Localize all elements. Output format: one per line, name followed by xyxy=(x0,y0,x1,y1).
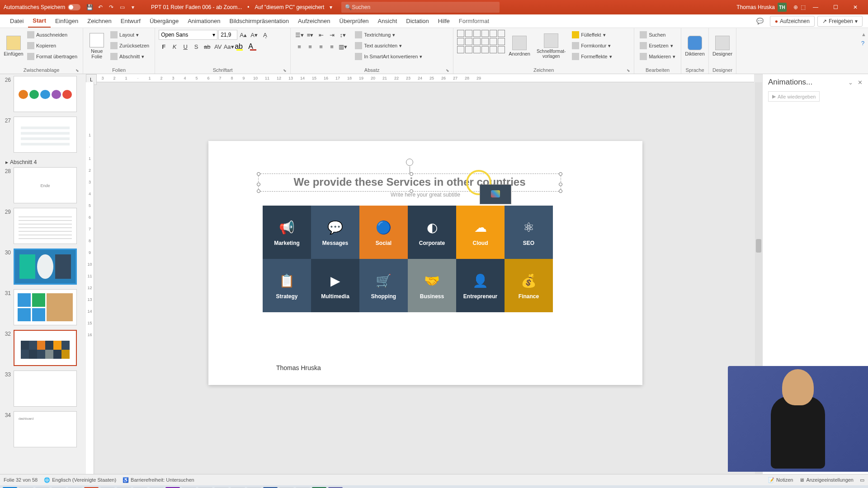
align-center-button[interactable]: ≡ xyxy=(305,42,315,52)
notes-button[interactable]: 📝 Notizen xyxy=(768,477,793,483)
font-launcher[interactable]: ⬊ xyxy=(283,68,287,73)
thumb-33[interactable] xyxy=(14,371,77,407)
text-align-button[interactable]: Text ausrichten▾ xyxy=(353,41,424,51)
cut-button[interactable]: Ausschneiden xyxy=(25,30,79,40)
save-icon[interactable]: 💾 xyxy=(86,4,93,11)
shrink-font-button[interactable]: A▾ xyxy=(249,30,259,40)
strike-button[interactable]: ab xyxy=(202,42,212,52)
replay-all-button[interactable]: ▶ Alle wiedergeben xyxy=(768,91,820,102)
quick-styles-button[interactable]: Schnellformat- vorlagen xyxy=(534,30,568,62)
save-location[interactable]: Auf "diesem PC" gespeichert xyxy=(255,4,325,10)
slide-canvas[interactable]: We provide these Services in other count… xyxy=(208,141,642,385)
clipboard-launcher[interactable]: ⬊ xyxy=(75,68,79,73)
close-button[interactable]: ✕ xyxy=(846,2,864,13)
tab-formformat[interactable]: Formformat xyxy=(454,14,494,28)
tab-uebergaenge[interactable]: Übergänge xyxy=(145,14,183,28)
mini-toolbar[interactable] xyxy=(480,184,511,204)
tab-aufzeichnen[interactable]: Aufzeichnen xyxy=(293,14,335,28)
new-slide-button[interactable]: Neue Folie xyxy=(87,30,107,62)
smartart-button[interactable]: In SmartArt konvertieren▾ xyxy=(353,52,424,61)
tab-animationen[interactable]: Animationen xyxy=(183,14,225,28)
accessibility-status[interactable]: ♿ Barrierefreiheit: Untersuchen xyxy=(123,477,194,483)
thumb-26[interactable] xyxy=(14,76,77,112)
thumb-27[interactable] xyxy=(14,117,77,153)
tab-ansicht[interactable]: Ansicht xyxy=(373,14,402,28)
tab-start[interactable]: Start xyxy=(28,14,51,28)
comments-icon[interactable]: 💬 xyxy=(753,18,767,24)
text-direction-button[interactable]: Textrichtung▾ xyxy=(353,30,424,40)
dictate-button[interactable]: Diktieren xyxy=(685,30,705,62)
tab-hilfe[interactable]: Hilfe xyxy=(434,14,454,28)
shape-fill-button[interactable]: Fülleffekt▾ xyxy=(570,30,614,40)
align-left-button[interactable]: ≡ xyxy=(294,42,304,52)
panel-chevron-icon[interactable]: ⌄ xyxy=(848,79,853,86)
search-input[interactable] xyxy=(352,4,496,10)
thumb-28[interactable]: Ende xyxy=(14,167,77,203)
justify-button[interactable]: ≡ xyxy=(327,42,337,52)
vertical-ruler[interactable]: 1·12345678910111213141516 xyxy=(86,82,94,474)
arrange-button[interactable]: Anordnen xyxy=(507,30,532,62)
dropdown-icon[interactable]: ▾ xyxy=(330,4,332,10)
title-textbox[interactable]: We provide these Services in other count… xyxy=(258,174,561,192)
line-spacing-button[interactable]: ↕▾ xyxy=(338,30,348,40)
underline-button[interactable]: U xyxy=(180,42,190,52)
language-status[interactable]: 🌐 Englisch (Vereinigte Staaten) xyxy=(44,477,116,483)
shadow-button[interactable]: S xyxy=(191,42,201,52)
ribbon-mode-icon[interactable]: ⬚ xyxy=(799,4,807,11)
slide-counter[interactable]: Folie 32 von 58 xyxy=(4,477,38,483)
tab-datei[interactable]: Datei xyxy=(5,14,28,28)
horizontal-ruler[interactable]: 321·123456789101112131415161718192021222… xyxy=(97,74,754,82)
panel-close-icon[interactable]: ✕ xyxy=(858,79,863,86)
tab-einfuegen[interactable]: Einfügen xyxy=(51,14,83,28)
panel-up-icon[interactable]: ▲ xyxy=(861,32,866,37)
section-header[interactable]: ▸ Abschnitt 4 xyxy=(2,157,84,167)
shape-outline-button[interactable]: Formkontur▾ xyxy=(570,41,614,51)
find-button[interactable]: Suchen xyxy=(638,30,677,40)
tab-bildschirm[interactable]: Bildschirmpräsentation xyxy=(225,14,293,28)
tab-zeichnen[interactable]: Zeichnen xyxy=(83,14,116,28)
bullets-button[interactable]: ☰▾ xyxy=(294,30,304,40)
undo-icon[interactable]: ↶ xyxy=(97,4,104,11)
font-color-button[interactable]: A xyxy=(248,42,261,52)
thumb-30[interactable] xyxy=(14,249,77,285)
indent-dec-button[interactable]: ⇤ xyxy=(316,30,326,40)
copy-button[interactable]: Kopieren xyxy=(25,41,79,51)
tab-ueberpruefen[interactable]: Überprüfen xyxy=(335,14,373,28)
bold-button[interactable]: F xyxy=(159,42,169,52)
slide-title-text[interactable]: We provide these Services in other count… xyxy=(259,174,561,188)
user-account[interactable]: Thomas Hruska TH xyxy=(736,3,787,12)
font-name-combo[interactable]: Open Sans▾ xyxy=(159,30,217,40)
thumb-29[interactable] xyxy=(14,208,77,244)
spacing-button[interactable]: AV xyxy=(213,42,223,52)
thumb-31[interactable] xyxy=(14,289,77,325)
minimize-button[interactable]: — xyxy=(807,2,825,13)
section-button[interactable]: Abschnitt▾ xyxy=(108,52,151,61)
designer-button[interactable]: Designer xyxy=(712,30,732,62)
sync-icon[interactable]: ⊕ xyxy=(792,4,799,11)
normal-view-button[interactable]: ▭ xyxy=(860,477,864,483)
shapes-gallery[interactable] xyxy=(457,30,505,53)
grow-font-button[interactable]: A▴ xyxy=(238,30,248,40)
columns-button[interactable]: ▥▾ xyxy=(338,42,348,52)
layout-button[interactable]: Layout▾ xyxy=(108,30,151,40)
tab-dictation[interactable]: Dictation xyxy=(401,14,434,28)
tab-entwurf[interactable]: Entwurf xyxy=(116,14,145,28)
highlight-button[interactable]: ab xyxy=(235,42,247,52)
align-right-button[interactable]: ≡ xyxy=(316,42,326,52)
select-button[interactable]: Markieren▾ xyxy=(638,52,677,61)
share-button[interactable]: ↗Freigeben▾ xyxy=(817,16,863,27)
format-painter-button[interactable]: Format übertragen xyxy=(25,52,79,61)
paste-button[interactable]: Einfügen xyxy=(4,30,24,62)
panel-help-icon[interactable]: ? xyxy=(861,40,866,47)
autosave-toggle[interactable] xyxy=(68,4,80,10)
font-size-combo[interactable]: 21,9 xyxy=(218,30,237,40)
maximize-button[interactable]: ☐ xyxy=(826,2,844,13)
replace-button[interactable]: Ersetzen▾ xyxy=(638,41,677,51)
slide-thumbnails[interactable]: 26 27 ▸ Abschnitt 4 28Ende 29 30 31 32 3… xyxy=(0,74,86,474)
italic-button[interactable]: K xyxy=(170,42,179,52)
more-icon[interactable]: ▾ xyxy=(129,4,137,11)
search-box[interactable]: 🔍 xyxy=(341,2,500,13)
record-button[interactable]: ●Aufzeichnen xyxy=(770,16,815,27)
clear-format-button[interactable]: Aͅ xyxy=(260,30,270,40)
numbering-button[interactable]: ≡▾ xyxy=(305,30,315,40)
